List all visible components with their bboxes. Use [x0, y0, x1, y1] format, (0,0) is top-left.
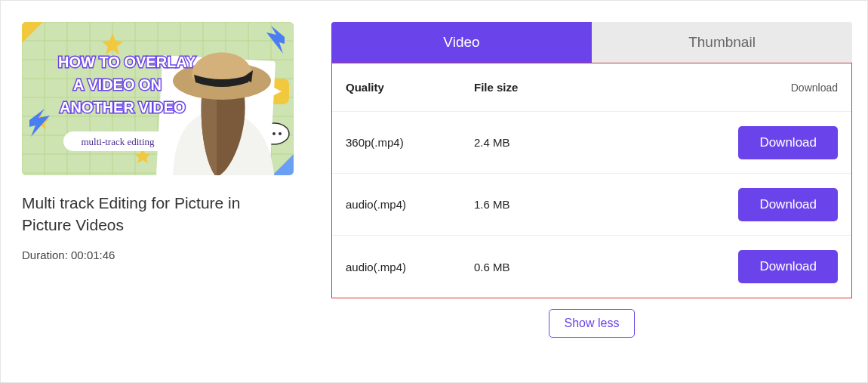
video-duration: Duration: 00:01:46 — [22, 249, 294, 261]
thumb-text-line3: ANOTHER VIDEO — [60, 99, 186, 116]
cell-filesize: 2.4 MB — [474, 136, 738, 149]
table-row: audio(.mp4) 0.6 MB Download — [332, 236, 851, 298]
table-row: 360p(.mp4) 2.4 MB Download — [332, 112, 851, 174]
download-table: Quality File size Download 360p(.mp4) 2.… — [331, 63, 852, 298]
table-row: audio(.mp4) 1.6 MB Download — [332, 174, 851, 236]
thumb-chip-text: multi-track editing — [81, 136, 155, 147]
header-download: Download — [791, 82, 838, 94]
cell-quality: audio(.mp4) — [346, 261, 474, 273]
download-button[interactable]: Download — [738, 188, 838, 221]
header-quality: Quality — [346, 81, 474, 94]
download-button[interactable]: Download — [738, 126, 838, 159]
left-panel: HOW TO OVERLAY A VIDEO ON ANOTHER VIDEO … — [22, 22, 294, 367]
tabs: Video Thumbnail — [331, 22, 852, 63]
tab-video[interactable]: Video — [331, 22, 592, 63]
download-button[interactable]: Download — [738, 250, 838, 283]
thumb-text-line1: HOW TO OVERLAY — [58, 54, 196, 70]
cell-filesize: 0.6 MB — [474, 261, 738, 273]
cell-quality: audio(.mp4) — [346, 198, 474, 211]
tab-thumbnail[interactable]: Thumbnail — [592, 22, 852, 63]
svg-point-27 — [279, 132, 282, 135]
svg-point-26 — [272, 132, 275, 135]
table-header-row: Quality File size Download — [332, 63, 851, 112]
cell-quality: 360p(.mp4) — [346, 136, 474, 149]
video-thumbnail[interactable]: HOW TO OVERLAY A VIDEO ON ANOTHER VIDEO … — [22, 22, 294, 175]
page-container: HOW TO OVERLAY A VIDEO ON ANOTHER VIDEO … — [0, 0, 868, 383]
cell-filesize: 1.6 MB — [474, 198, 738, 211]
header-filesize: File size — [474, 81, 791, 94]
show-less-button[interactable]: Show less — [549, 309, 636, 338]
thumb-text-line2: A VIDEO ON — [73, 76, 162, 93]
video-title: Multi track Editing for Picture in Pictu… — [22, 192, 294, 236]
right-panel: Video Thumbnail Quality File size Downlo… — [331, 22, 852, 367]
